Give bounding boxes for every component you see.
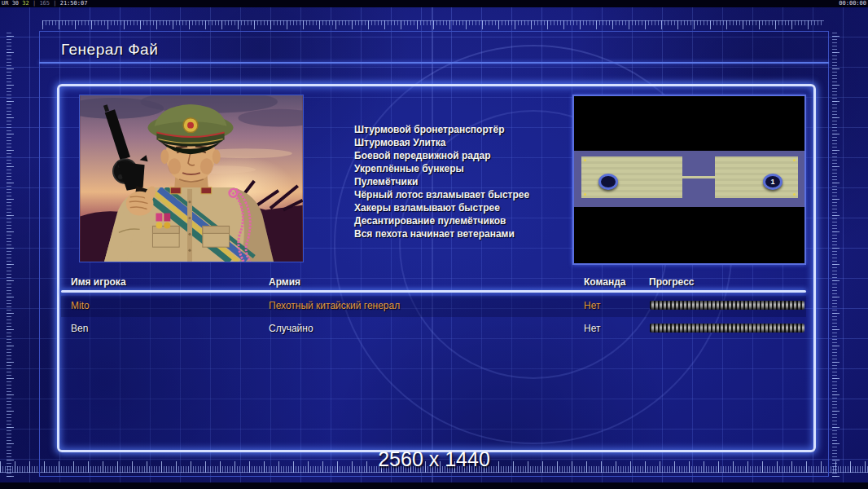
resolution-label: 2560 x 1440 <box>0 447 868 471</box>
ability-item: Десантирование пулемётчиков <box>354 214 529 227</box>
map-preview: 1 <box>572 95 806 265</box>
ability-item: Штурмовая Улитка <box>354 136 529 149</box>
debug-statusbar: UR 30 32 | 165 | 21:50:07 00:00:00 <box>0 0 868 7</box>
table-header-separator <box>61 290 806 293</box>
general-portrait-illustration <box>80 95 303 262</box>
map-corner-dot <box>793 193 796 196</box>
page-title: Генерал Фай <box>61 41 158 59</box>
general-portrait <box>79 95 304 262</box>
general-abilities-list: Штурмовой бронетранспортёр Штурмовая Ули… <box>354 123 529 240</box>
progress-bar <box>650 301 804 310</box>
ruler-top <box>42 20 824 29</box>
player-team: Нет <box>584 323 600 334</box>
player-army: Пехотный китайский генерал <box>269 300 400 311</box>
column-header-player-name: Имя игрока <box>71 276 126 288</box>
debug-value: 32 <box>22 0 28 7</box>
player-team: Нет <box>584 300 600 311</box>
debug-extra: | 165 | <box>33 0 57 7</box>
ruler-left <box>7 33 14 477</box>
map-corner-dot <box>584 159 586 161</box>
map-notch-bottom <box>682 178 715 198</box>
map-corner-dot <box>793 159 796 161</box>
ability-item: Пулемётчики <box>354 175 529 188</box>
debug-fps: UR 30 <box>2 0 19 7</box>
player-name: Ben <box>71 323 88 334</box>
loading-screen: UR 30 32 | 165 | 21:50:07 00:00:00 Генер… <box>0 0 868 489</box>
ruler-right <box>832 33 840 477</box>
map-corner-dot <box>584 193 586 196</box>
column-header-team: Команда <box>584 276 625 288</box>
debug-clock: 21:50:07 <box>60 0 88 7</box>
title-separator <box>39 62 829 64</box>
start-position-marker <box>598 174 618 190</box>
ability-item: Штурмовой бронетранспортёр <box>354 123 529 136</box>
map-terrain-band: 1 <box>574 151 804 207</box>
player-row: Mito Пехотный китайский генерал Нет <box>61 296 806 317</box>
ability-item: Чёрный лотос взламывает быстрее <box>354 188 529 201</box>
ability-item: Хакеры взламывают быстрее <box>354 201 529 214</box>
bottom-black-strip <box>0 482 868 489</box>
column-header-army: Армия <box>269 276 300 288</box>
debug-stats: UR 30 32 | 165 | 21:50:07 <box>2 0 87 7</box>
column-header-progress: Прогресс <box>649 276 694 288</box>
player-army: Случайно <box>269 323 313 334</box>
progress-bar <box>650 324 804 333</box>
player-row: Ben Случайно Нет <box>61 319 806 340</box>
ability-item: Укреплённые бункеры <box>354 162 529 175</box>
player-name: Mito <box>71 300 90 311</box>
ability-item: Вся пехота начинает ветеранами <box>354 227 529 240</box>
game-timer: 00:00:00 <box>839 0 866 7</box>
map-notch-top <box>682 156 715 176</box>
ability-item: Боевой передвижной радар <box>354 149 529 162</box>
start-position-marker-1: 1 <box>763 174 783 190</box>
